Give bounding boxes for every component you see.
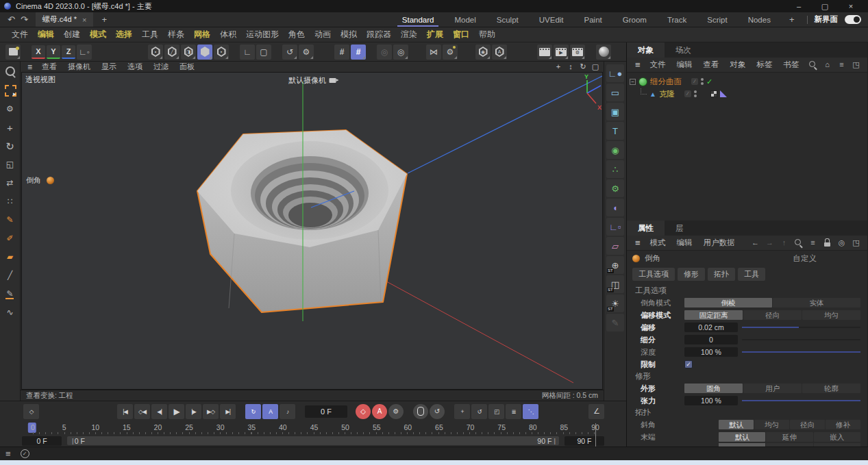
undo-icon[interactable]: ↶ xyxy=(5,14,17,25)
menubar-item-网格[interactable]: 网格 xyxy=(189,29,215,40)
menubar-item-选择[interactable]: 选择 xyxy=(111,29,137,40)
viewport-menu-item-摄像机[interactable]: 摄像机 xyxy=(62,62,96,72)
play-icon[interactable]: ▶ xyxy=(169,404,184,419)
polygon-pen-icon[interactable]: ▰ xyxy=(1,248,19,266)
object-manager-menu-item-查看[interactable]: 查看 xyxy=(698,60,725,70)
status-menu-icon[interactable]: ≡ xyxy=(5,449,11,458)
keyframe-settings-icon[interactable]: ⚙ xyxy=(388,404,404,419)
layout-tabs-item-Model[interactable]: Model xyxy=(444,12,486,27)
view-label[interactable]: 透视视图 xyxy=(25,75,55,85)
record-rotation-icon[interactable]: ↺ xyxy=(471,404,487,419)
primitive-cube-icon[interactable]: ▣ xyxy=(606,103,624,121)
subdivision-input[interactable]: 0 xyxy=(684,335,738,344)
spline-primitive-icon[interactable]: ▭ xyxy=(606,84,624,101)
subdivision-slider[interactable] xyxy=(742,339,860,340)
viewport-menu-item-面板[interactable]: 面板 xyxy=(174,62,200,72)
solo-a-icon[interactable]: A xyxy=(492,45,507,60)
render-box-icon[interactable] xyxy=(5,45,21,60)
up-icon[interactable]: ↑ xyxy=(780,238,789,247)
option-嵌入[interactable]: 嵌入 xyxy=(814,432,860,442)
attribute-manager-tabs-item-属性[interactable]: 属性 xyxy=(627,221,665,236)
texture-mode-icon[interactable]: ▪ xyxy=(214,45,229,60)
redo-icon[interactable]: ↷ xyxy=(18,14,30,25)
option-均匀[interactable]: 均匀 xyxy=(754,420,789,429)
viewport-menu-item-查看[interactable]: 查看 xyxy=(36,62,62,72)
coordinate-system-icon[interactable]: ∟◦ xyxy=(77,45,92,60)
render-view-icon[interactable] xyxy=(537,45,552,60)
visibility-dots[interactable] xyxy=(694,90,697,97)
transfer-icon[interactable]: ⇄ xyxy=(1,174,19,192)
viewport-menu-item-过滤[interactable]: 过滤 xyxy=(148,62,174,72)
attribute-tab-buttons-item-工具[interactable]: 工具 xyxy=(738,268,765,281)
object-manager-menu-item-对象[interactable]: 对象 xyxy=(725,60,752,70)
menubar-item-体积[interactable]: 体积 xyxy=(215,29,241,40)
home-icon[interactable]: ⌂ xyxy=(823,60,832,69)
next-frame-icon[interactable]: |▶ xyxy=(186,404,201,419)
record-key-icon[interactable]: ◇ xyxy=(356,404,371,419)
target-icon[interactable]: ◎ xyxy=(837,238,846,247)
brush-icon[interactable]: ╱ xyxy=(1,266,19,284)
set-keyframe-icon[interactable]: ◇ xyxy=(23,404,39,419)
axis-mode-icon[interactable]: ∟ xyxy=(240,45,255,60)
axis-cube-icon[interactable]: ∟▫ xyxy=(606,218,624,236)
menubar-item-动画[interactable]: 动画 xyxy=(310,29,336,40)
menubar-item-创建[interactable]: 创建 xyxy=(59,29,85,40)
grid-icon[interactable]: # xyxy=(334,45,349,60)
expand-icon[interactable]: − xyxy=(630,79,636,85)
record-position-icon[interactable]: + xyxy=(454,404,470,419)
option-延伸[interactable]: 延伸 xyxy=(766,432,813,442)
tension-input[interactable]: 100 % xyxy=(684,396,738,405)
spline-pen-icon[interactable]: ✎ xyxy=(1,211,19,229)
option-轮廓[interactable]: 轮廓 xyxy=(802,384,860,393)
layout-tabs-item-Standard[interactable]: Standard xyxy=(392,12,445,27)
grid-snap-lock-icon[interactable]: # xyxy=(351,45,366,60)
object-manager-tabs-item-对象[interactable]: 对象 xyxy=(627,42,665,58)
spline-pen-icon[interactable]: ∟● xyxy=(606,64,624,82)
minimize-icon[interactable]: – xyxy=(786,2,812,10)
menubar-item-跟踪器[interactable]: 跟踪器 xyxy=(362,29,396,40)
range-handle-right[interactable]: || xyxy=(551,438,556,444)
option-默认[interactable]: 默认 xyxy=(719,420,754,429)
object-name[interactable]: 细分曲面 xyxy=(650,77,682,87)
sketch-pen-icon[interactable]: ✐ xyxy=(1,229,19,247)
attribute-manager-tabs-item-层[interactable]: 层 xyxy=(665,221,695,236)
layout-tabs-item-Sculpt[interactable]: Sculpt xyxy=(486,12,529,27)
attribute-manager-menu-item-模式[interactable]: 模式 xyxy=(645,238,671,248)
option-修补[interactable]: 修补 xyxy=(826,420,860,429)
section-tool-options[interactable]: 工具选项 xyxy=(627,285,867,297)
attribute-manager-menu-icon[interactable]: ≡ xyxy=(631,238,645,248)
points-mode-icon[interactable]: • xyxy=(148,45,163,60)
add-tab-button[interactable]: + xyxy=(93,14,115,25)
popout-icon[interactable]: ◳ xyxy=(852,60,860,69)
option-圆角[interactable]: 圆角 xyxy=(684,384,743,393)
record-pla-icon[interactable]: ⋱ xyxy=(523,404,538,419)
close-tab-icon[interactable]: × xyxy=(82,16,86,24)
phong-tag-icon[interactable] xyxy=(720,90,727,97)
x-axis-lock-button[interactable]: X xyxy=(32,45,45,59)
generator-icon[interactable]: ◉ xyxy=(606,141,624,159)
menubar-item-文件[interactable]: 文件 xyxy=(7,29,33,40)
option-用户[interactable]: 用户 xyxy=(743,384,802,393)
sound-icon[interactable]: ♪ xyxy=(280,404,295,419)
object-name[interactable]: 克隆 xyxy=(659,89,675,99)
autokey-range-icon[interactable]: A xyxy=(262,404,278,419)
current-frame-field[interactable]: 0 F xyxy=(305,405,347,418)
preview-range-bar[interactable]: || 0 F 90 F || xyxy=(67,436,559,445)
viewport-menu-icon[interactable]: ≡ xyxy=(23,62,36,72)
loop-icon[interactable]: ↻ xyxy=(245,404,261,419)
menubar-item-编辑[interactable]: 编辑 xyxy=(33,29,59,40)
menubar-item-样条[interactable]: 样条 xyxy=(163,29,189,40)
status-ok-icon[interactable]: ✓ xyxy=(21,449,29,458)
snap-settings-icon[interactable]: ⚙ xyxy=(299,45,314,60)
layout-tabs-item-Paint[interactable]: Paint xyxy=(574,12,612,27)
multi-move-icon[interactable]: ∷ xyxy=(1,192,19,210)
menubar-item-窗口[interactable]: 窗口 xyxy=(448,29,474,40)
option-默认[interactable]: 默认 xyxy=(719,432,765,442)
attribute-tab-buttons-item-修形[interactable]: 修形 xyxy=(678,268,705,281)
offset-input[interactable]: 0.02 cm xyxy=(684,323,738,332)
symmetry-icon[interactable]: ⋈ xyxy=(426,45,441,60)
forward-icon[interactable]: → xyxy=(765,238,774,247)
orbit-icon[interactable]: ↻ xyxy=(578,63,588,71)
viewport-menu-item-显示[interactable]: 显示 xyxy=(96,62,122,72)
attribute-tab-buttons-item-工具选项[interactable]: 工具选项 xyxy=(632,268,675,281)
